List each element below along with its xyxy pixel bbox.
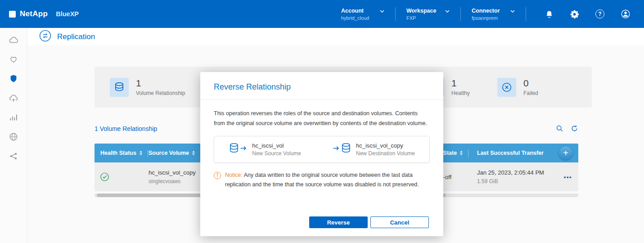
chevron-down-icon	[510, 8, 515, 14]
connector-menu-label: Connector	[472, 8, 500, 14]
healthy-count: 1	[451, 78, 470, 88]
healthy-status-icon	[99, 172, 110, 182]
reverse-relationship-dialog: Reverse Relationship This operation reve…	[200, 72, 443, 236]
help-icon[interactable]: ?	[595, 9, 604, 18]
chevron-down-icon	[380, 8, 384, 14]
page-title: Replication	[57, 32, 95, 41]
last-transfer-size: 1.59 GiB	[477, 178, 544, 184]
volume-stack-icon	[110, 78, 129, 97]
new-destination-volume: hc_iscsi_vol_copy New Destination Volume	[333, 142, 415, 157]
brand: NetApp BlueXP	[0, 9, 79, 18]
column-header-health-status[interactable]: Health Status	[100, 144, 148, 162]
question-mark-glyph: ?	[595, 9, 604, 18]
dialog-footer: Reverse Cancel	[309, 216, 429, 228]
bar-chart-icon[interactable]	[8, 112, 19, 123]
volume-relationship-count: 1	[136, 78, 185, 88]
new-source-volume: hc_iscsi_vol New Source Volume	[229, 142, 301, 157]
column-label: Health Status	[100, 150, 136, 156]
last-transfer-date: Jan 25, 2023, 2:05:44 PM	[477, 169, 544, 176]
dialog-header: Reverse Relationship	[200, 72, 443, 100]
failed-cross-icon	[497, 78, 516, 97]
workspace-menu-label: Workspace	[406, 8, 436, 14]
healthy-label: Healthy	[451, 90, 470, 96]
workspace-menu[interactable]: Workspace FXP	[396, 8, 460, 21]
list-caption: 1 Volume Relationship	[95, 125, 157, 132]
dialog-body: This operation reverses the roles of the…	[200, 100, 443, 189]
new-destination-volume-name: hc_iscsi_vol_copy	[356, 142, 415, 149]
notice-label: Notice:	[225, 172, 243, 178]
sort-icon[interactable]	[140, 151, 142, 155]
source-volume-name: hc_iscsi_vol_copy	[149, 169, 196, 176]
destination-volume-icon	[333, 142, 351, 156]
row-actions-menu[interactable]: •••	[564, 174, 572, 180]
brand-name: NetApp	[20, 9, 48, 18]
new-source-volume-role: New Source Volume	[252, 150, 301, 157]
account-menu[interactable]: Account hybrid_cloud	[330, 8, 395, 21]
connector-menu[interactable]: Connector fpsaonprem	[461, 8, 526, 21]
add-relationship-button[interactable]: +	[559, 146, 572, 160]
notice-text: Any data written to the original source …	[225, 172, 419, 188]
new-destination-volume-role: New Destination Volume	[356, 150, 415, 157]
volume-relationship-card: 1 Volume Relationship	[110, 67, 185, 108]
user-icon[interactable]	[621, 9, 630, 19]
refresh-icon[interactable]	[571, 125, 578, 132]
header-icon-group: ?	[526, 9, 644, 19]
notice-banner: ! Notice: Any data written to the origin…	[214, 171, 430, 190]
workspace-menu-value: FXP	[406, 15, 450, 21]
netapp-logo-icon	[9, 11, 16, 18]
sort-icon[interactable]	[460, 151, 463, 155]
list-actions	[556, 125, 578, 132]
source-system-name: singlecvoaws	[149, 178, 196, 184]
column-header-last-transfer[interactable]: Last Successful Transfer	[477, 144, 544, 162]
failed-count: 0	[523, 78, 538, 88]
app-header: NetApp BlueXP Account hybrid_cloud Works…	[0, 0, 644, 28]
dialog-title: Reverse Relationship	[214, 82, 430, 92]
health-icon[interactable]	[8, 54, 19, 65]
bell-icon[interactable]	[545, 9, 554, 19]
nodes-icon[interactable]	[8, 150, 19, 162]
connector-menu-value: fpsaonprem	[472, 15, 515, 21]
page-header: Replication	[27, 28, 644, 45]
column-label: Source Volume	[149, 150, 189, 156]
failed-label: Failed	[523, 90, 538, 96]
volume-relationship-label: Volume Relationship	[136, 90, 185, 96]
warning-icon: !	[214, 172, 221, 179]
column-header-source-volume[interactable]: Source Volume	[149, 144, 201, 162]
header-menus: Account hybrid_cloud Workspace FXP Conne…	[330, 0, 526, 28]
column-label: Last Successful Transfer	[477, 150, 544, 156]
volume-roles-panel: hc_iscsi_vol New Source Volume hc_iscsi_…	[214, 136, 430, 163]
cloud-sync-icon[interactable]	[8, 92, 19, 104]
reverse-button[interactable]: Reverse	[309, 216, 368, 228]
new-source-volume-name: hc_iscsi_vol	[252, 142, 301, 149]
sort-icon[interactable]	[192, 151, 195, 155]
globe-icon[interactable]	[8, 131, 19, 143]
failed-card: 0 Failed	[497, 67, 538, 108]
account-menu-value: hybrid_cloud	[341, 15, 384, 21]
search-icon[interactable]	[556, 125, 563, 132]
cancel-button[interactable]: Cancel	[370, 216, 429, 228]
account-menu-label: Account	[341, 8, 364, 14]
column-divider	[148, 150, 148, 157]
source-volume-cell: hc_iscsi_vol_copy singlecvoaws	[149, 169, 196, 184]
source-volume-icon	[229, 142, 248, 156]
column-divider	[468, 150, 468, 157]
dialog-description: This operation reverses the roles of the…	[214, 109, 430, 129]
gear-icon[interactable]	[570, 9, 579, 19]
brand-product: BlueXP	[56, 10, 79, 18]
chevron-down-icon	[445, 8, 450, 14]
shield-icon[interactable]	[8, 73, 19, 85]
left-nav	[0, 28, 27, 243]
replication-icon	[39, 30, 51, 44]
cloud-icon[interactable]	[8, 34, 19, 46]
last-transfer-cell: Jan 25, 2023, 2:05:44 PM 1.59 GiB	[477, 169, 544, 184]
